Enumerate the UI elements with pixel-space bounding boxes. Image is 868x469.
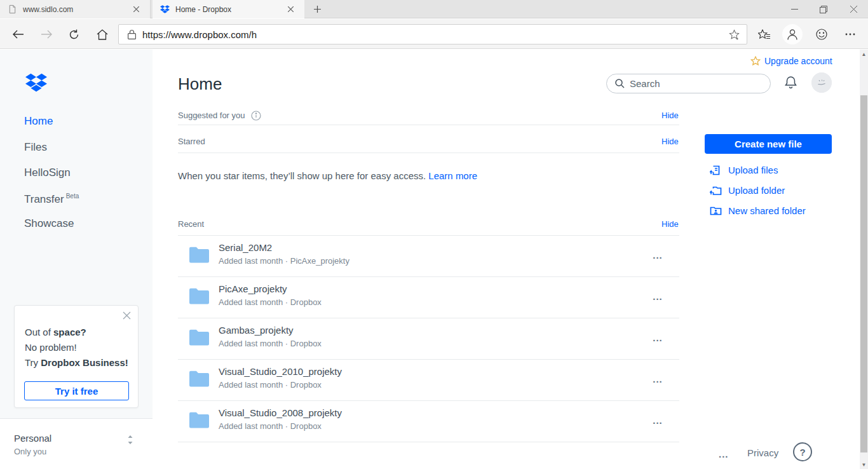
dropbox-favicon-icon	[160, 4, 170, 14]
window-restore-button[interactable]	[809, 0, 837, 18]
browser-tab-dropbox[interactable]: Home - Dropbox	[153, 0, 304, 18]
lock-icon	[128, 29, 136, 39]
info-icon[interactable]	[251, 111, 261, 121]
file-row[interactable]: Visual_Studio_2008_projekty Added last m…	[178, 401, 679, 442]
sidebar-item-showcase[interactable]: Showcase	[24, 217, 74, 230]
scroll-down-icon[interactable]: ▼	[860, 460, 868, 469]
browser-menu-icon[interactable]	[839, 24, 861, 44]
file-row[interactable]: PicAxe_projekty Added last month · Dropb…	[178, 277, 679, 318]
tab-close-icon[interactable]	[127, 0, 145, 18]
browser-tab-sidlo[interactable]: www.sidlo.com	[0, 0, 151, 18]
sidebar-item-files[interactable]: Files	[24, 141, 47, 154]
upload-folder-link[interactable]: Upload folder	[710, 184, 785, 196]
profile-icon[interactable]	[782, 24, 803, 44]
window-close-button[interactable]	[839, 0, 868, 18]
sidebar-item-home[interactable]: Home	[24, 115, 53, 128]
file-name[interactable]: Serial_20M2	[219, 242, 272, 253]
dropbox-logo-icon[interactable]	[24, 72, 48, 93]
row-more-button[interactable]: ...	[648, 247, 667, 262]
search-box[interactable]	[606, 74, 771, 93]
action-link-label: Upload files	[728, 165, 778, 175]
row-more-button[interactable]: ...	[648, 289, 667, 304]
forward-button[interactable]	[37, 25, 56, 44]
scrollbar-thumb[interactable]	[860, 95, 867, 452]
window-minimize-button[interactable]	[780, 0, 809, 18]
back-button[interactable]	[9, 25, 28, 44]
create-new-file-button[interactable]: Create new file	[705, 134, 832, 154]
starred-hide-link[interactable]: Hide	[661, 137, 679, 146]
account-switcher[interactable]: Personal Only you	[0, 418, 153, 469]
account-detail: Only you	[14, 447, 46, 456]
browser-titlebar: www.sidlo.com Home - Dropbox	[0, 0, 868, 18]
help-button[interactable]: ?	[793, 442, 812, 461]
folder-icon	[189, 329, 210, 346]
star-icon	[750, 56, 761, 66]
file-row[interactable]: Serial_20M2 Added last month · PicAxe_pr…	[178, 236, 679, 277]
folder-icon	[189, 246, 210, 263]
new-tab-button[interactable]	[306, 0, 328, 18]
scroll-up-icon[interactable]: ▲	[860, 50, 868, 58]
sidebar-item-label: Home	[24, 115, 53, 127]
footer-more-icon[interactable]: ...	[719, 449, 729, 459]
folder-icon	[189, 287, 210, 304]
upgrade-account-label: Upgrade account	[764, 56, 832, 66]
suggested-hide-link[interactable]: Hide	[661, 111, 679, 120]
learn-more-link[interactable]: Learn more	[428, 170, 477, 181]
upload-folder-icon	[710, 184, 722, 196]
promo-line2: No problem!	[25, 340, 128, 355]
starred-section-label: Starred	[178, 137, 205, 146]
folder-icon	[189, 370, 210, 387]
recent-hide-link[interactable]: Hide	[661, 219, 679, 229]
sidebar-item-hellosign[interactable]: HelloSign	[24, 167, 71, 179]
divider	[178, 442, 679, 442]
promo-line3-bold: Dropbox Business!	[41, 357, 128, 368]
home-button[interactable]	[93, 25, 112, 44]
new-shared-folder-link[interactable]: New shared folder	[710, 205, 806, 217]
upsell-card: Out of space? No problem! Try Dropbox Bu…	[14, 305, 139, 408]
chevron-updown-icon[interactable]	[127, 434, 133, 447]
file-meta: Added last month · Dropbox	[219, 297, 322, 307]
file-meta: Added last month · PicAxe_projekty	[219, 256, 349, 266]
file-meta: Added last month · Dropbox	[219, 339, 322, 348]
notifications-bell-icon[interactable]	[785, 76, 797, 92]
starred-empty-message: When you star items, they’ll show up her…	[178, 170, 477, 181]
row-more-button[interactable]: ...	[648, 330, 667, 345]
file-name[interactable]: Visual_Studio_2008_projekty	[219, 407, 342, 418]
file-meta: Added last month · Dropbox	[219, 380, 322, 390]
action-link-label: New shared folder	[728, 205, 806, 216]
sidebar-item-transfer[interactable]: TransferBeta	[24, 193, 79, 206]
upload-files-link[interactable]: Upload files	[710, 164, 778, 176]
address-bar[interactable]	[118, 24, 747, 44]
account-name: Personal	[14, 433, 51, 444]
privacy-link[interactable]: Privacy	[747, 447, 778, 458]
search-icon	[615, 79, 625, 88]
refresh-button[interactable]	[64, 25, 83, 44]
try-it-free-button[interactable]: Try it free	[24, 381, 129, 400]
sidebar-item-label: Files	[24, 141, 47, 153]
add-favorite-icon[interactable]	[721, 25, 747, 44]
page-title: Home	[178, 74, 222, 94]
sidebar: Home Files HelloSign TransferBeta Showca…	[0, 50, 153, 418]
beta-badge: Beta	[66, 193, 79, 200]
file-name[interactable]: Visual_Studio_2010_projekty	[219, 366, 342, 377]
close-icon[interactable]	[123, 311, 133, 321]
page-scrollbar[interactable]: ▲ ▼	[860, 50, 868, 469]
upload-file-icon	[710, 164, 722, 176]
divider	[178, 125, 679, 125]
file-row[interactable]: Gambas_projekty Added last month · Dropb…	[178, 318, 679, 360]
starred-empty-text: When you star items, they’ll show up her…	[178, 170, 428, 181]
row-more-button[interactable]: ...	[648, 371, 667, 386]
dropbox-page: Home Files HelloSign TransferBeta Showca…	[0, 50, 860, 469]
favorites-hub-icon[interactable]	[754, 24, 775, 44]
file-name[interactable]: Gambas_projekty	[219, 325, 294, 336]
url-input[interactable]	[142, 29, 721, 40]
avatar[interactable]	[811, 72, 832, 93]
tab-close-icon[interactable]	[281, 0, 299, 18]
search-input[interactable]	[630, 78, 770, 89]
file-name[interactable]: PicAxe_projekty	[219, 283, 287, 294]
tab-title: Home - Dropbox	[175, 5, 281, 14]
file-row[interactable]: Visual_Studio_2010_projekty Added last m…	[178, 360, 679, 401]
row-more-button[interactable]: ...	[648, 412, 667, 428]
upgrade-account-link[interactable]: Upgrade account	[750, 56, 832, 66]
feedback-smiley-icon[interactable]	[811, 24, 832, 44]
